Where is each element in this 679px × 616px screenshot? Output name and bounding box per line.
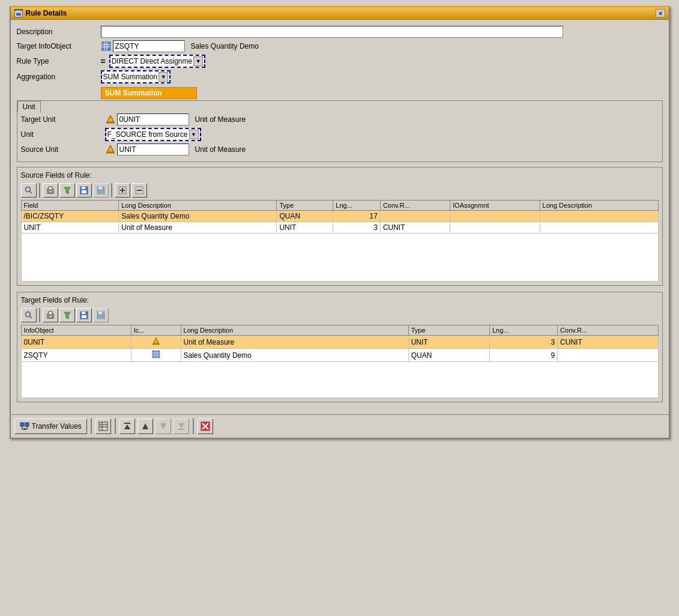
- target-infoobject-field: ZSQTY Sales Quantity Demo: [101, 40, 259, 52]
- bottom-delete-btn[interactable]: [198, 418, 213, 434]
- bottom-top-btn[interactable]: [119, 418, 135, 434]
- target-infoobject-value: ZSQTY: [113, 40, 185, 52]
- bottom-toolbar: Transfer Values: [11, 414, 669, 438]
- source-field-longdesc2: [540, 211, 658, 222]
- target-infoobj-type: QUAN: [408, 349, 489, 362]
- source-unit-row: Source Unit UNIT Unit of Measure: [21, 143, 659, 156]
- close-button[interactable]: ✕: [656, 9, 665, 17]
- rule-type-value: DIRECT Direct Assignme: [112, 57, 192, 65]
- aggregation-dropdown-item[interactable]: SUM Summation: [101, 87, 197, 99]
- source-field-ioassgnmnt: [450, 222, 540, 234]
- rule-details-window: Rule Details ✕ Description Target InfoOb…: [10, 6, 670, 439]
- source-unit-field: UNIT Unit of Measure: [105, 143, 246, 156]
- target-faded-btn[interactable]: [93, 308, 109, 322]
- svg-point-11: [110, 119, 111, 121]
- svg-rect-23: [82, 190, 86, 193]
- unit-dropdown-btn[interactable]: ▼: [189, 130, 199, 139]
- infoobject-grid-icon: [101, 41, 112, 52]
- source-fields-empty-area: [21, 234, 659, 282]
- svg-rect-55: [99, 422, 107, 430]
- window-icon: [14, 9, 23, 17]
- source-unit-label: Source Unit: [21, 145, 105, 154]
- target-col-convr: Conv.R...: [558, 325, 658, 336]
- description-input[interactable]: [101, 26, 563, 38]
- source-col-longdesc2: Long Description: [540, 201, 658, 211]
- svg-marker-64: [178, 423, 184, 428]
- target-unit-value: 0UNIT: [117, 113, 189, 125]
- svg-rect-22: [82, 187, 85, 189]
- table-row[interactable]: /BIC/ZSQTY Sales Quantity Demo QUAN 17: [21, 211, 658, 222]
- source-field-name: UNIT: [21, 222, 119, 234]
- bottom-sep3: [193, 418, 194, 434]
- target-infoobj-lng: 3: [489, 336, 557, 349]
- unit-label: Unit: [21, 130, 105, 139]
- description-row: Description: [17, 26, 663, 38]
- svg-marker-61: [142, 423, 148, 429]
- source-filter-btn[interactable]: [59, 183, 75, 198]
- bottom-sep2: [115, 418, 116, 434]
- source-search-btn[interactable]: [21, 183, 37, 198]
- source-field-longdesc: Unit of Measure: [119, 222, 277, 234]
- target-infoobj-ic: [131, 349, 181, 362]
- source-field-convr: [380, 211, 450, 222]
- source-add-btn[interactable]: [115, 183, 130, 198]
- svg-rect-0: [16, 11, 22, 16]
- table-row[interactable]: UNIT Unit of Measure UNIT 3 CUNIT: [21, 222, 658, 234]
- unit-dropdown[interactable]: F_SOURCE from Source ▼: [105, 128, 201, 141]
- svg-rect-44: [152, 351, 160, 358]
- target-infoobj-convr: CUNIT: [558, 336, 658, 349]
- target-unit-icon: [105, 114, 116, 125]
- source-faded-btn[interactable]: [93, 183, 109, 198]
- target-search-btn[interactable]: [21, 308, 37, 322]
- aggregation-dropdown-btn[interactable]: ▼: [158, 72, 168, 82]
- rule-type-dropdown-btn[interactable]: ▼: [193, 56, 203, 66]
- transfer-values-btn[interactable]: Transfer Values: [14, 418, 87, 434]
- bottom-up-btn[interactable]: [137, 418, 153, 434]
- unit-tab[interactable]: Unit: [17, 101, 41, 112]
- unit-row: Unit F_SOURCE from Source ▼: [21, 128, 659, 141]
- source-fields-table: Field Long Description Type Lng... Conv.…: [21, 200, 659, 234]
- target-filter-btn[interactable]: [59, 308, 75, 322]
- source-toolbar-sep2: [111, 183, 112, 198]
- target-toolbar-sep1: [39, 308, 40, 322]
- target-infoobject-desc: Sales Quantity Demo: [191, 42, 259, 50]
- source-field-ioassgnmnt: [450, 211, 540, 222]
- title-bar-left: Rule Details: [14, 9, 67, 17]
- svg-rect-39: [82, 315, 86, 318]
- target-print-btn[interactable]: [43, 308, 58, 322]
- bottom-table-btn[interactable]: [95, 418, 111, 434]
- target-fields-label: Target Fields of Rule:: [21, 296, 659, 304]
- rule-type-dropdown[interactable]: DIRECT Direct Assignme ▼: [109, 55, 205, 68]
- svg-point-15: [25, 187, 30, 192]
- source-unit-value: UNIT: [117, 143, 189, 156]
- target-unit-field: 0UNIT Unit of Measure: [105, 113, 246, 125]
- svg-rect-38: [82, 312, 85, 314]
- svg-point-14: [110, 149, 111, 151]
- table-row[interactable]: ZSQTY Sales Quantity Demo QUAN: [21, 349, 658, 362]
- target-col-longdesc: Long Description: [181, 325, 408, 336]
- source-remove-btn[interactable]: [131, 183, 147, 198]
- svg-point-31: [25, 312, 30, 317]
- svg-rect-35: [49, 316, 52, 318]
- target-infoobject-row: Target InfoObject ZSQTY Sales Quantity D…: [17, 40, 663, 52]
- source-save-btn[interactable]: [76, 183, 92, 198]
- bottom-down-btn[interactable]: [155, 418, 171, 434]
- target-fields-empty-area: [21, 362, 659, 398]
- target-infoobj-name: 0UNIT: [21, 336, 131, 349]
- source-field-lng: 3: [333, 222, 381, 234]
- source-field-lng: 17: [333, 211, 381, 222]
- aggregation-dropdown[interactable]: SUM Summation ▼: [101, 70, 171, 83]
- svg-rect-18: [49, 187, 52, 190]
- table-row[interactable]: 0UNIT Unit of Measure UNIT 3 CUNIT: [21, 336, 658, 349]
- source-unit-desc: Unit of Measure: [195, 145, 246, 154]
- target-infoobj-type: UNIT: [408, 336, 489, 349]
- target-unit-row: Target Unit 0UNIT Unit of Measure: [21, 113, 659, 125]
- rule-type-label: Rule Type: [17, 57, 101, 65]
- bottom-bottom-btn[interactable]: [174, 418, 189, 434]
- target-save-btn[interactable]: [76, 308, 92, 322]
- source-print-btn[interactable]: [43, 183, 58, 198]
- source-fields-toolbar: [21, 183, 659, 198]
- source-fields-section: Source Fields of Rule:: [17, 167, 663, 286]
- source-field-convr: CUNIT: [380, 222, 450, 234]
- target-infoobj-longdesc: Sales Quantity Demo: [181, 349, 408, 362]
